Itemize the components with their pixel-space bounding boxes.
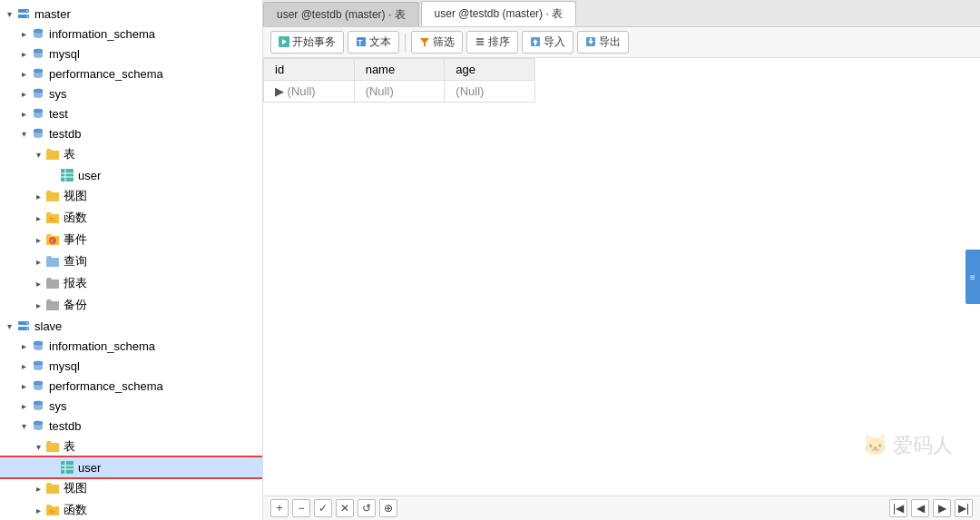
sidebar-item-reports_group_1[interactable]: ▸报表: [0, 272, 262, 294]
sidebar-item-performance_schema_1[interactable]: ▸performance_schema: [0, 64, 262, 83]
sidebar-item-test_1[interactable]: ▸test: [0, 103, 262, 123]
sidebar-item-label: sys: [49, 87, 67, 101]
column-header-id[interactable]: id: [264, 59, 355, 81]
svg-point-5: [34, 29, 43, 33]
next-page-button[interactable]: ▶: [933, 499, 951, 517]
toolbar-btn-label: 导入: [544, 34, 565, 50]
toolbar-btn-label: 排序: [488, 34, 510, 50]
sidebar-item-events_group_1[interactable]: ▸事件: [0, 229, 262, 250]
tree-node-icon: [45, 189, 60, 203]
svg-point-35: [34, 401, 43, 405]
sidebar-item-information_schema_1[interactable]: ▸information_schema: [0, 24, 262, 44]
toolbar-btn-label: 导出: [599, 34, 621, 50]
svg-rect-38: [61, 461, 74, 474]
svg-text:fx: fx: [49, 507, 55, 515]
tree-node-icon: fx: [45, 503, 60, 517]
sidebar-item-label: performance_schema: [49, 379, 163, 393]
bottom-bar: +−✓✕↺⊕|◀◀▶▶|: [263, 495, 980, 520]
chevron-icon: ▾: [33, 149, 44, 160]
chevron-icon: ▸: [33, 256, 44, 267]
sidebar-item-testdb_2[interactable]: ▾testdb: [0, 416, 262, 436]
tree-node-icon: [31, 418, 45, 433]
sidebar-item-views_group_2[interactable]: ▸视图: [0, 477, 262, 499]
tree-node-icon: [45, 481, 60, 495]
sidebar-item-mysql_1[interactable]: ▸mysql: [0, 44, 262, 64]
sidebar-item-label: 函数: [64, 210, 87, 226]
sidebar-item-label: testdb: [49, 127, 81, 141]
sidebar-item-master[interactable]: ▾master: [0, 4, 262, 24]
toolbar-btn-btn-start[interactable]: 开始事务: [270, 31, 344, 54]
sidebar-item-tables_group_1[interactable]: ▾表: [0, 143, 262, 165]
chevron-icon: ▸: [33, 483, 44, 494]
tree-node-icon: [31, 106, 45, 121]
svg-point-26: [26, 322, 28, 324]
sidebar-item-information_schema_2[interactable]: ▸information_schema: [0, 336, 262, 356]
sidebar-item-slave[interactable]: ▾slave: [0, 316, 262, 336]
sidebar-item-views_group_1[interactable]: ▸视图: [0, 185, 262, 207]
tree-node-icon: [45, 298, 60, 312]
chevron-icon: ▸: [33, 234, 44, 245]
sidebar-item-queries_group_1[interactable]: ▸查询: [0, 250, 262, 272]
svg-text:fx: fx: [49, 215, 55, 223]
tree-node-icon: [45, 232, 60, 247]
sidebar-item-functions_group_2[interactable]: ▸fx函数: [0, 499, 262, 520]
chevron-icon: ▸: [18, 68, 29, 79]
svg-line-23: [53, 240, 54, 241]
sidebar-item-label: information_schema: [49, 339, 155, 353]
sidebar-item-tables_group_2[interactable]: ▾表: [0, 436, 262, 457]
toolbar-btn-btn-text[interactable]: T文本: [348, 31, 399, 54]
sidebar-item-functions_group_1[interactable]: ▸fx函数: [0, 207, 262, 229]
chevron-icon: [47, 462, 58, 473]
options-button[interactable]: ⊕: [379, 499, 397, 517]
cell-id[interactable]: ▶ (Null): [264, 81, 355, 103]
prev-page-button[interactable]: ◀: [911, 499, 929, 517]
tab-tab2[interactable]: user @testdb (master) · 表: [421, 1, 577, 26]
svg-point-7: [34, 49, 43, 53]
toolbar-btn-icon: T: [356, 36, 367, 49]
sidebar-item-sys_1[interactable]: ▸sys: [0, 83, 262, 103]
cell-name[interactable]: (Null): [354, 81, 445, 103]
svg-point-15: [34, 129, 43, 132]
svg-point-37: [34, 421, 43, 425]
sidebar-item-sys_2[interactable]: ▸sys: [0, 396, 262, 416]
cancel-button[interactable]: ✕: [336, 499, 354, 517]
cell-age[interactable]: (Null): [445, 81, 535, 103]
sidebar-item-user_table_1[interactable]: user: [0, 165, 262, 185]
last-page-button[interactable]: ▶|: [955, 499, 973, 517]
right-edge-button[interactable]: ≡: [965, 250, 980, 304]
refresh-button[interactable]: ↺: [358, 499, 376, 517]
sidebar-item-user_table_2[interactable]: user: [0, 457, 262, 477]
chevron-icon: ▸: [18, 88, 29, 99]
chevron-icon: ▸: [33, 191, 44, 201]
sidebar-item-performance_schema_2[interactable]: ▸performance_schema: [0, 376, 262, 396]
delete-row-button[interactable]: −: [292, 499, 310, 517]
chevron-icon: ▾: [33, 441, 44, 452]
sidebar-item-label: 表: [64, 146, 75, 162]
column-header-age[interactable]: age: [445, 59, 535, 81]
chevron-icon: ▾: [4, 320, 15, 331]
toolbar-btn-btn-export[interactable]: 导出: [577, 31, 629, 54]
first-page-button[interactable]: |◀: [889, 499, 907, 517]
svg-marker-50: [420, 38, 429, 46]
chevron-icon: ▸: [18, 48, 29, 59]
toolbar-btn-btn-filter[interactable]: 筛选: [411, 31, 463, 54]
svg-point-2: [26, 10, 28, 12]
toolbar-btn-label: 开始事务: [292, 34, 336, 50]
tab-tab1[interactable]: user @testdb (master) · 表: [263, 2, 419, 26]
sidebar-item-label: testdb: [49, 419, 81, 433]
confirm-button[interactable]: ✓: [314, 499, 332, 517]
add-row-button[interactable]: +: [270, 499, 289, 517]
toolbar-btn-btn-sort[interactable]: 排序: [466, 31, 518, 54]
toolbar-btn-btn-import[interactable]: 导入: [522, 31, 573, 54]
column-header-name[interactable]: name: [354, 59, 445, 81]
sidebar-item-testdb_1[interactable]: ▾testdb: [0, 123, 262, 143]
toolbar-divider: [405, 34, 406, 52]
chevron-icon: ▸: [18, 360, 29, 371]
sidebar-item-mysql_2[interactable]: ▸mysql: [0, 356, 262, 376]
sidebar-item-label: user: [78, 169, 101, 182]
sidebar-item-backups_group_1[interactable]: ▸备份: [0, 294, 262, 316]
chevron-icon: ▾: [4, 8, 15, 19]
chevron-icon: ▸: [18, 400, 29, 411]
tree-node-icon: [31, 398, 45, 413]
sidebar-item-label: master: [34, 7, 71, 21]
